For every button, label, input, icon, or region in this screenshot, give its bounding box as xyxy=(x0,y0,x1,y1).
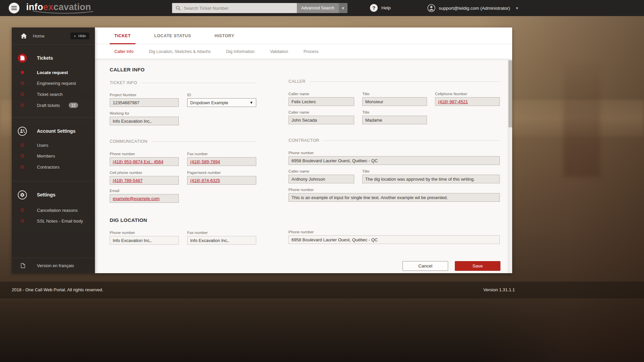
contractor-title-input[interactable]: The dig location was approved by the tim… xyxy=(362,175,500,183)
contractors-label: Contractors xyxy=(37,165,59,170)
tab-locate-status[interactable]: LOCATE STATUS xyxy=(150,27,196,44)
section-contractor: CONTRACTOR xyxy=(288,138,500,143)
pager-number-label: Pager/work number xyxy=(187,171,256,175)
section-ticket-info: TICKET INFO xyxy=(110,80,256,85)
sidebar-item-contractors[interactable]: Contractors xyxy=(12,162,95,172)
sidebar-item-ticket-search[interactable]: Ticket search xyxy=(12,89,95,99)
cell-phone-input[interactable]: (418) 789-5487 xyxy=(110,176,179,185)
email-input[interactable]: example@example.com xyxy=(110,194,179,203)
scrollbar-thumb[interactable] xyxy=(508,60,512,127)
subtab-dig-information[interactable]: Dig Information xyxy=(226,49,255,54)
dig-phone-input[interactable]: Info Excavation Inc,. xyxy=(110,236,179,245)
dig-fax-label: Fax number xyxy=(187,231,256,235)
pager-number-input[interactable]: (418) 874-6325 xyxy=(187,176,256,185)
ticket-icon xyxy=(18,54,27,63)
divider xyxy=(323,140,500,141)
sidebar-group-settings: Settings xyxy=(12,187,95,202)
divider xyxy=(12,117,95,118)
phone-number-input[interactable]: (418) 953-9874 Ext.: 4564 xyxy=(110,157,179,166)
sidebar-item-ssl-notes[interactable]: SSL Notes - Email body xyxy=(12,216,95,226)
caller-name2-field: Caller name John Secada xyxy=(288,110,354,124)
scrollbar-track[interactable] xyxy=(508,60,512,273)
dig-fax-input[interactable]: Info Excavation Inc,. xyxy=(187,236,256,245)
radio-outline-icon xyxy=(21,219,24,223)
ticket-info-title: TICKET INFO xyxy=(110,80,137,85)
translate-document-icon xyxy=(21,263,25,268)
hamburger-menu-icon[interactable] xyxy=(9,3,19,13)
search-input[interactable] xyxy=(184,6,293,11)
hide-label: Hide xyxy=(78,34,86,38)
account-menu[interactable]: support@teldig.com (Administrator) ▼ xyxy=(427,4,519,12)
sidebar-item-users[interactable]: Users xyxy=(12,140,95,150)
caller-name-field: Caller name Felix Leclerc xyxy=(288,92,354,106)
fax-number-field: Fax number (418) 589-7894 xyxy=(187,152,256,166)
sidebar-group-tickets: Tickets xyxy=(12,51,95,65)
app-logo: infoexcavation xyxy=(26,2,91,12)
caller-name2-input[interactable]: John Secada xyxy=(288,116,354,124)
hide-sidebar-button[interactable]: « Hide xyxy=(70,33,89,39)
cell-phone-field: Cell phone number (418) 789-5487 xyxy=(110,171,179,185)
subtab-dig-location-sketches[interactable]: Dig Location, Sketches & Attachs xyxy=(149,49,211,54)
cancel-button[interactable]: Cancel xyxy=(402,261,448,271)
caller-title-label: Title xyxy=(362,92,427,96)
engineering-request-label: Engineering request xyxy=(37,81,76,86)
fax-number-input[interactable]: (418) 589-7894 xyxy=(187,157,256,166)
caller-name-label: Caller name xyxy=(288,92,354,96)
chevron-down-icon: ▼ xyxy=(339,3,347,13)
account-email-label: support@teldig.com (Administrator) xyxy=(439,6,510,11)
contractor-phone2-input[interactable]: This is an example of input for single l… xyxy=(288,193,500,202)
caller-title2-input[interactable]: Madame xyxy=(362,116,427,124)
account-settings-group-title: Account Settings xyxy=(37,128,75,134)
sidebar-item-members[interactable]: Members xyxy=(12,151,95,161)
radio-outline-icon xyxy=(21,104,24,107)
bridge-silhouette xyxy=(564,63,600,177)
pager-number-field: Pager/work number (418) 874-6325 xyxy=(187,171,256,185)
section-caller: CALLER xyxy=(288,79,500,84)
dig-phone-wide-input[interactable]: 6958 Boulevard Laurier Ouest, Québec - Q… xyxy=(288,235,500,244)
settings-group-title: Settings xyxy=(37,192,55,197)
caller-title-input[interactable]: Monsieur xyxy=(362,97,427,106)
contractor-name-input[interactable]: Anthony Johnson xyxy=(288,175,354,183)
cancellation-reasons-label: Cancellation reasons xyxy=(37,208,77,213)
subtab-process[interactable]: Process xyxy=(304,49,319,54)
version-text: Version 1.31.1.1 xyxy=(483,287,515,292)
email-label: Email xyxy=(110,189,179,193)
caller-name-input[interactable]: Felix Leclerc xyxy=(288,97,354,106)
sidebar-item-cancellation-reasons[interactable]: Cancellation reasons xyxy=(12,205,95,215)
radio-outline-icon xyxy=(21,154,24,158)
working-for-field: Working for Info Excavation Inc,. xyxy=(110,111,179,125)
help-button[interactable]: ? Help xyxy=(370,4,391,12)
working-for-input[interactable]: Info Excavation Inc,. xyxy=(110,117,179,125)
save-button[interactable]: Save xyxy=(455,261,500,271)
id-dropdown[interactable]: Dropdown Example ▼ xyxy=(187,98,256,107)
subtab-validation[interactable]: Validation xyxy=(270,49,288,54)
subtab-caller-info[interactable]: Caller Info xyxy=(114,49,133,54)
contractor-phone-input[interactable]: 6958 Boulevard Laurier Ouest, Québec - Q… xyxy=(288,156,500,165)
cellphone-number-field: Cellphone Number (418) 987-4521 xyxy=(435,92,500,106)
dig-location-title: DIG LOCATION xyxy=(110,217,147,223)
copyright-text: 2018 - One Call Web Portal. All rights r… xyxy=(12,287,103,292)
ssl-notes-label: SSL Notes - Email body xyxy=(37,219,83,224)
sidebar-item-french-version[interactable]: Version en français xyxy=(12,258,95,273)
sidebar-item-home[interactable]: Home « Hide xyxy=(12,27,95,45)
tab-history[interactable]: HISTORY xyxy=(210,27,239,44)
divider xyxy=(12,181,95,181)
members-label: Members xyxy=(37,154,55,159)
advanced-search-button[interactable]: Advanced Search ▼ xyxy=(297,3,347,13)
dig-phone-label: Phone number xyxy=(110,231,179,235)
french-version-label: Version en français xyxy=(37,263,74,268)
phone-number-label: Phone number xyxy=(110,152,179,156)
contractor-phone2-field: Phone number This is an example of input… xyxy=(288,188,500,202)
project-number-input[interactable]: 12354687987 xyxy=(110,98,179,107)
sidebar-item-locate-request[interactable]: Locate request xyxy=(12,67,95,77)
tab-bar: TICKET LOCATE STATUS HISTORY xyxy=(95,27,512,44)
cellphone-number-label: Cellphone Number xyxy=(435,92,500,96)
dig-phone-field: Phone number Info Excavation Inc,. xyxy=(110,231,179,245)
help-icon: ? xyxy=(370,4,378,12)
tab-ticket[interactable]: TICKET xyxy=(110,27,136,44)
contractor-phone2-label: Phone number xyxy=(288,188,500,192)
sidebar-item-draft-tickets[interactable]: Draft tickets 12 xyxy=(12,100,95,110)
cellphone-number-input[interactable]: (418) 987-4521 xyxy=(435,97,500,106)
sidebar-item-engineering-request[interactable]: Engineering request xyxy=(12,78,95,88)
dig-phone-wide-field: Phone number 6958 Boulevard Laurier Oues… xyxy=(288,230,500,244)
